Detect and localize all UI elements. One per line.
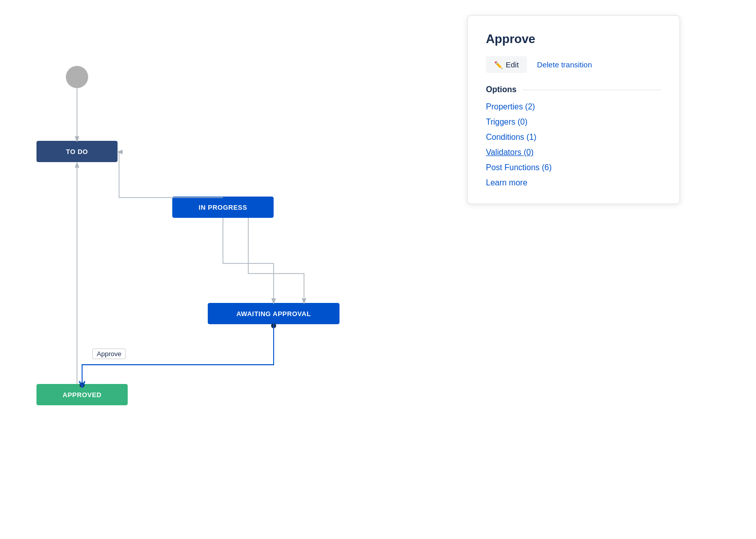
dot-approved [80,382,85,388]
state-approved-label: APPROVED [63,391,102,399]
panel-actions: ✏️ Edit Delete transition [486,56,661,73]
state-todo-label: TO DO [66,148,88,156]
approve-transition-label: Approve [92,349,126,359]
panel-title: Approve [486,32,661,46]
delete-transition-button[interactable]: Delete transition [537,60,592,69]
start-node [66,66,88,88]
options-panel: Approve ✏️ Edit Delete transition Option… [467,15,680,204]
option-item-learn-more[interactable]: Learn more [486,178,661,187]
options-section-title: Options [486,85,516,94]
option-item-triggers[interactable]: Triggers (0) [486,118,661,127]
state-inprogress[interactable]: IN PROGRESS [172,197,274,218]
option-item-validators[interactable]: Validators (0) [486,148,661,157]
pencil-icon: ✏️ [494,61,503,69]
options-list: Properties (2)Triggers (0)Conditions (1)… [486,102,661,187]
state-awaiting-label: AWAITING APPROVAL [236,310,311,318]
options-section-header: Options [486,85,661,94]
section-divider [522,90,661,90]
edit-button[interactable]: ✏️ Edit [486,56,527,73]
state-awaiting[interactable]: AWAITING APPROVAL [208,303,339,324]
state-todo[interactable]: TO DO [36,141,118,162]
state-inprogress-label: IN PROGRESS [199,204,247,211]
option-item-properties[interactable]: Properties (2) [486,102,661,111]
option-item-post-functions[interactable]: Post Functions (6) [486,163,661,172]
edit-label: Edit [506,60,519,69]
dot-awaiting [271,323,276,328]
option-item-conditions[interactable]: Conditions (1) [486,133,661,142]
